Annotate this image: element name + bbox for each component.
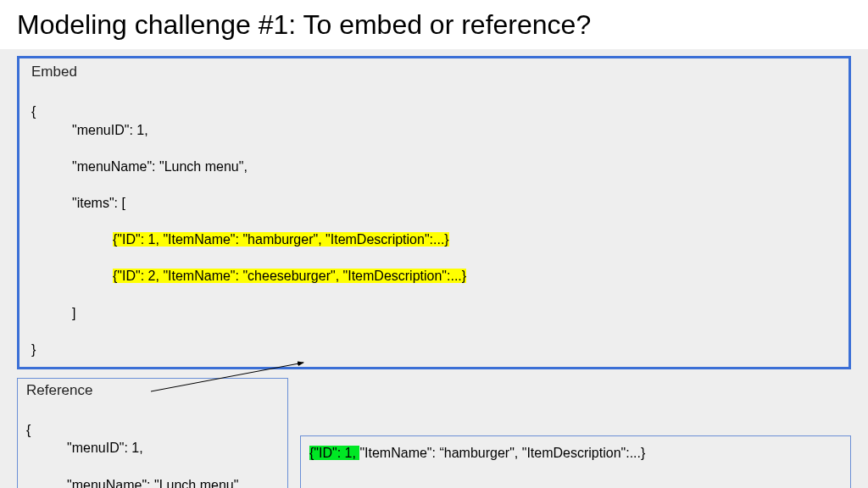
reference-label: Reference bbox=[26, 382, 279, 399]
embed-item-highlight: {"ID": 1, "ItemName": "hamburger", "Item… bbox=[113, 232, 449, 247]
embed-code: { "menuID": 1, "menuName": "Lunch menu",… bbox=[31, 84, 837, 358]
code-line: "menuName": "Lunch menu", bbox=[31, 158, 837, 176]
code-line: { bbox=[26, 423, 31, 437]
code-line: "menuName": "Lunch menu", bbox=[26, 476, 279, 488]
code-line: ] bbox=[31, 304, 837, 323]
reference-code: { "menuID": 1, "menuName": "Lunch menu",… bbox=[26, 402, 279, 488]
ext-item-rest: "ItemName": “hamburger", "ItemDescriptio… bbox=[359, 446, 645, 460]
embed-label: Embed bbox=[31, 64, 837, 80]
slide-title: Modeling challenge #1: To embed or refer… bbox=[17, 8, 610, 41]
embed-item-highlight: {"ID": 2, "ItemName": "cheeseburger", "I… bbox=[113, 269, 466, 283]
code-line: } bbox=[31, 342, 36, 357]
code-line: "menuID": 1, bbox=[31, 121, 837, 140]
code-line: { bbox=[31, 104, 36, 119]
referenced-items-box: {"ID": 1, "ItemName": “hamburger", "Item… bbox=[300, 435, 851, 488]
code-line: {"ID": 2, "ItemName": "cheeseburger", "I… bbox=[31, 267, 837, 286]
embed-box: Embed { "menuID": 1, "menuName": "Lunch … bbox=[17, 56, 851, 369]
code-line: "items": [ bbox=[31, 194, 837, 213]
code-line: "menuID": 1, bbox=[26, 439, 279, 458]
ext-item-highlight: {"ID": 1, bbox=[309, 446, 359, 460]
code-line: {"ID": 1, "ItemName": "hamburger", "Item… bbox=[31, 230, 837, 249]
ext-item-row: {"ID": 2, "ItemName": “cheeseburger", "I… bbox=[309, 484, 842, 488]
reference-box: Reference { "menuID": 1, "menuName": "Lu… bbox=[17, 378, 288, 488]
ext-item-row bbox=[309, 463, 842, 484]
ext-item-row: {"ID": 1, "ItemName": “hamburger", "Item… bbox=[309, 443, 842, 463]
